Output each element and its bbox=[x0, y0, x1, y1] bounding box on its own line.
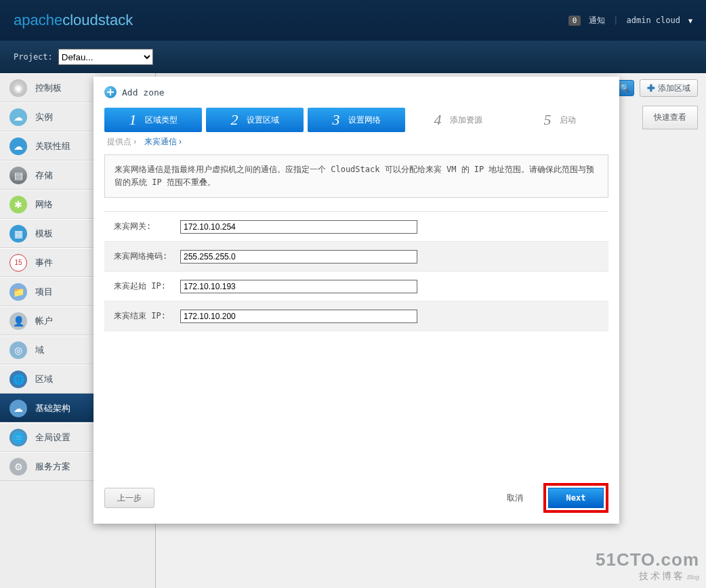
step-number: 5 bbox=[544, 111, 552, 129]
breadcrumb: 提供点 › 来宾通信 › bbox=[107, 136, 608, 148]
compass-icon: ◉ bbox=[9, 79, 27, 97]
sidebar-item-label: 域 bbox=[35, 344, 44, 356]
folder-icon: 📁 bbox=[9, 283, 27, 301]
chevron-down-icon[interactable]: ▼ bbox=[688, 17, 692, 24]
sidebar-item-label: 控制板 bbox=[35, 82, 62, 94]
watermark-line2: 技术博客 bbox=[639, 570, 685, 581]
step-label: 设置网络 bbox=[348, 114, 381, 126]
project-select[interactable]: Defau... bbox=[58, 49, 153, 65]
logo-text-left: apache bbox=[14, 12, 62, 28]
sidebar-item-label: 事件 bbox=[35, 257, 53, 269]
notif-label[interactable]: 通知 bbox=[589, 15, 605, 26]
next-button-highlight: Next bbox=[543, 483, 608, 513]
step-label: 设置区域 bbox=[247, 114, 279, 126]
form-row-end-ip: 来宾结束 IP: bbox=[104, 301, 608, 331]
cloud-link-icon: ☁ bbox=[9, 138, 27, 155]
sidebar-item-label: 网络 bbox=[35, 198, 53, 211]
start-ip-label: 来宾起始 IP: bbox=[104, 280, 180, 292]
next-button[interactable]: Next bbox=[548, 488, 604, 508]
step-label: 区域类型 bbox=[145, 114, 178, 126]
sidebar-item-label: 区域 bbox=[35, 373, 53, 385]
search-icon: 🔍 bbox=[620, 83, 630, 93]
template-icon: ▦ bbox=[9, 225, 27, 243]
logo-text-right: cloudstack bbox=[62, 12, 133, 28]
step-label: 启动 bbox=[560, 114, 576, 126]
modal-title-text: Add zone bbox=[122, 87, 165, 98]
breadcrumb-root[interactable]: 提供点 bbox=[107, 137, 131, 146]
cancel-button[interactable]: 取消 bbox=[507, 492, 523, 504]
network-icon: ✱ bbox=[9, 196, 27, 213]
add-zone-button[interactable]: ✚添加区域 bbox=[640, 79, 698, 97]
sidebar-item-label: 项目 bbox=[35, 286, 53, 298]
step-zone-type[interactable]: 1区域类型 bbox=[104, 108, 202, 132]
modal-title: Add zone bbox=[104, 86, 608, 98]
netmask-label: 来宾网络掩码: bbox=[104, 251, 180, 262]
step-launch: 5启动 bbox=[511, 108, 608, 132]
sidebar-item-label: 实例 bbox=[35, 111, 53, 123]
sidebar-item-label: 服务方案 bbox=[35, 461, 70, 473]
header: apachecloudstack 0 通知 | admin cloud ▼ bbox=[0, 0, 706, 41]
sidebar-item-label: 全局设置 bbox=[35, 432, 70, 444]
notif-badge[interactable]: 0 bbox=[568, 16, 581, 26]
infrastructure-icon: ☁ bbox=[9, 400, 27, 417]
project-bar: Project: Defau... bbox=[0, 41, 706, 73]
form-table: 来宾网关: 来宾网络掩码: 来宾起始 IP: 来宾结束 IP: bbox=[104, 211, 608, 331]
watermark-blog: Blog bbox=[687, 574, 699, 581]
modal-footer: 上一步 取消 Next bbox=[104, 483, 608, 513]
start-ip-input[interactable] bbox=[180, 280, 417, 293]
sidebar-item-label: 存储 bbox=[35, 169, 53, 182]
add-zone-wizard: Add zone 1区域类型 2设置区域 3设置网络 4添加资源 5启动 提供点… bbox=[94, 77, 619, 524]
sidebar-item-label: 基础架构 bbox=[35, 402, 70, 415]
globe-settings-icon: 🌐 bbox=[9, 429, 27, 446]
plus-circle-icon bbox=[104, 86, 117, 98]
step-setup-zone[interactable]: 2设置区域 bbox=[206, 108, 304, 132]
step-add-resources: 4添加资源 bbox=[409, 108, 507, 132]
wizard-steps: 1区域类型 2设置区域 3设置网络 4添加资源 5启动 bbox=[104, 108, 608, 132]
form-row-start-ip: 来宾起始 IP: bbox=[104, 272, 608, 301]
step-number: 2 bbox=[231, 111, 238, 129]
previous-button[interactable]: 上一步 bbox=[104, 488, 154, 508]
domain-icon: ◎ bbox=[9, 341, 27, 359]
logo: apachecloudstack bbox=[14, 12, 133, 29]
end-ip-label: 来宾结束 IP: bbox=[104, 310, 180, 322]
description-box: 来宾网络通信是指最终用户虚拟机之间的通信。应指定一个 CloudStack 可以… bbox=[104, 154, 608, 198]
project-label: Project: bbox=[14, 52, 53, 62]
step-setup-network[interactable]: 3设置网络 bbox=[308, 108, 405, 132]
watermark: 51CTO.com 技术博客 Blog bbox=[596, 549, 699, 583]
user-icon: 👤 bbox=[9, 312, 27, 330]
gateway-input[interactable] bbox=[180, 220, 417, 234]
quickview-panel[interactable]: 快速查看 bbox=[642, 106, 698, 129]
sidebar-item-label: 关联性组 bbox=[35, 140, 70, 152]
netmask-input[interactable] bbox=[180, 250, 417, 264]
header-right: 0 通知 | admin cloud ▼ bbox=[568, 15, 692, 26]
add-zone-label: 添加区域 bbox=[658, 83, 690, 94]
step-number: 4 bbox=[434, 111, 442, 129]
end-ip-input[interactable] bbox=[180, 310, 417, 323]
gateway-label: 来宾网关: bbox=[104, 221, 180, 232]
gear-icon: ⚙ bbox=[9, 458, 27, 476]
sidebar-item-label: 模板 bbox=[35, 228, 53, 240]
plus-icon: ✚ bbox=[647, 83, 655, 93]
cloud-icon: ☁ bbox=[9, 108, 27, 126]
step-label: 添加资源 bbox=[450, 114, 482, 126]
breadcrumb-current[interactable]: 来宾通信 › bbox=[144, 137, 182, 146]
calendar-icon: 15 bbox=[9, 254, 27, 272]
form-row-netmask: 来宾网络掩码: bbox=[104, 242, 608, 272]
sidebar-item-label: 帐户 bbox=[35, 315, 53, 327]
step-number: 1 bbox=[129, 111, 137, 129]
form-row-gateway: 来宾网关: bbox=[104, 212, 608, 242]
user-label[interactable]: admin cloud bbox=[626, 16, 680, 25]
storage-icon: ▤ bbox=[9, 167, 27, 184]
watermark-line1: 51CTO.com bbox=[596, 549, 699, 570]
header-separator: | bbox=[613, 16, 618, 25]
globe-icon: 🌐 bbox=[9, 371, 27, 388]
step-number: 3 bbox=[333, 111, 340, 129]
